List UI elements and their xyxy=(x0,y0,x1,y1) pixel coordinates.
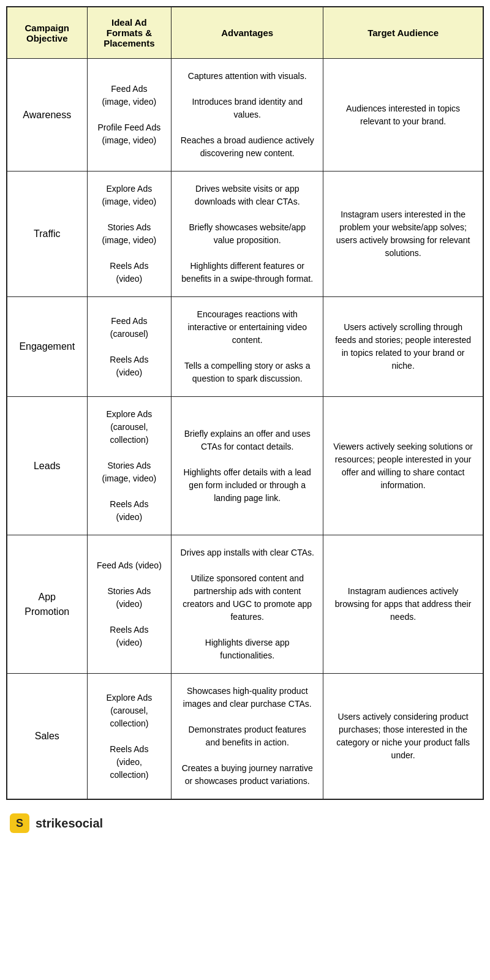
table-row: LeadsExplore Ads (carousel, collection)S… xyxy=(7,397,483,535)
format-item: Explore Ads (carousel, collection) xyxy=(107,693,153,728)
format-item: Profile Feed Ads (image, video) xyxy=(98,123,161,145)
cell-formats: Feed Ads (video)Stories Ads (video)Reels… xyxy=(87,535,172,674)
cell-objective: App Promotion xyxy=(7,535,88,674)
cell-formats: Feed Ads (image, video)Profile Feed Ads … xyxy=(87,59,172,172)
advantage-item: Encourages reactions with interactive or… xyxy=(187,309,307,345)
cell-advantages: Briefly explains an offer and uses CTAs … xyxy=(172,397,323,535)
cell-formats: Explore Ads (carousel, collection)Reels … xyxy=(87,674,172,799)
format-item: Reels Ads (video) xyxy=(110,625,148,647)
cell-advantages: Captures attention with visuals.Introduc… xyxy=(172,59,323,172)
format-item: Reels Ads (video, collection) xyxy=(110,744,148,780)
logo-brand: strike xyxy=(36,816,68,830)
main-table-wrapper: Campaign Objective Ideal Ad Formats & Pl… xyxy=(6,6,484,800)
advantage-item: Captures attention with visuals. xyxy=(188,71,307,81)
header-target-audience: Target Audience xyxy=(323,7,483,59)
format-item: Feed Ads (video) xyxy=(97,560,162,570)
format-item: Stories Ads (video) xyxy=(107,586,151,609)
format-item: Stories Ads (image, video) xyxy=(102,222,157,245)
cell-target: Instagram users interested in the proble… xyxy=(323,172,483,297)
advantage-item: Briefly showcases website/app value prop… xyxy=(189,222,306,245)
advantage-item: Creates a buying journey narrative or sh… xyxy=(182,763,313,786)
format-item: Explore Ads (image, video) xyxy=(102,184,157,206)
cell-target: Users actively scrolling through feeds a… xyxy=(323,297,483,397)
logo-text: strikesocial xyxy=(36,816,103,831)
cell-formats: Explore Ads (image, video)Stories Ads (i… xyxy=(87,172,172,297)
cell-advantages: Drives website visits or app downloads w… xyxy=(172,172,323,297)
header-row: Campaign Objective Ideal Ad Formats & Pl… xyxy=(7,7,483,59)
table-row: SalesExplore Ads (carousel, collection)R… xyxy=(7,674,483,799)
cell-objective: Leads xyxy=(7,397,88,535)
cell-advantages: Showcases high-quality product images an… xyxy=(172,674,323,799)
format-item: Reels Ads (video) xyxy=(110,499,148,522)
cell-objective: Engagement xyxy=(7,297,88,397)
advantage-item: Highlights diverse app functionalities. xyxy=(205,638,290,660)
format-item: Reels Ads (video) xyxy=(110,261,148,284)
format-item: Feed Ads (image, video) xyxy=(102,84,157,107)
cell-target: Audiences interested in topics relevant … xyxy=(323,59,483,172)
advantage-item: Tells a compelling story or asks a quest… xyxy=(184,361,310,383)
cell-advantages: Encourages reactions with interactive or… xyxy=(172,297,323,397)
cell-objective: Awareness xyxy=(7,59,88,172)
header-ad-formats: Ideal Ad Formats & Placements xyxy=(87,7,172,59)
header-advantages: Advantages xyxy=(172,7,323,59)
format-item: Reels Ads (video) xyxy=(110,355,148,377)
advantage-item: Introduces brand identity and values. xyxy=(192,97,303,119)
logo-symbol: S xyxy=(16,817,23,830)
table-row: TrafficExplore Ads (image, video)Stories… xyxy=(7,172,483,297)
advantage-item: Briefly explains an offer and uses CTAs … xyxy=(184,429,311,451)
cell-objective: Traffic xyxy=(7,172,88,297)
format-item: Stories Ads (image, video) xyxy=(102,461,157,483)
format-item: Feed Ads (carousel) xyxy=(110,316,148,339)
cell-target: Users actively considering product purch… xyxy=(323,674,483,799)
advantage-item: Showcases high-quality product images an… xyxy=(183,686,312,709)
table-row: App PromotionFeed Ads (video)Stories Ads… xyxy=(7,535,483,674)
table-row: EngagementFeed Ads (carousel)Reels Ads (… xyxy=(7,297,483,397)
advantage-item: Highlights different features or benefit… xyxy=(181,261,313,284)
advantage-item: Utilize sponsored content and partnershi… xyxy=(183,573,312,622)
logo-brand-bold: social xyxy=(68,816,103,830)
header-campaign-objective: Campaign Objective xyxy=(7,7,88,59)
advantage-item: Highlights offer details with a lead gen… xyxy=(184,467,311,503)
advantage-item: Drives app installs with clear CTAs. xyxy=(181,548,314,557)
advantage-item: Reaches a broad audience actively discov… xyxy=(181,135,314,158)
cell-formats: Feed Ads (carousel)Reels Ads (video) xyxy=(87,297,172,397)
table-row: AwarenessFeed Ads (image, video)Profile … xyxy=(7,59,483,172)
cell-target: Instagram audiences actively browsing fo… xyxy=(323,535,483,674)
campaign-table: Campaign Objective Ideal Ad Formats & Pl… xyxy=(7,7,483,799)
advantage-item: Demonstrates product features and benefi… xyxy=(189,725,306,747)
cell-advantages: Drives app installs with clear CTAs.Util… xyxy=(172,535,323,674)
footer: S strikesocial xyxy=(0,806,490,840)
format-item: Explore Ads (carousel, collection) xyxy=(107,409,153,445)
advantage-item: Drives website visits or app downloads w… xyxy=(195,184,300,206)
cell-target: Viewers actively seeking solutions or re… xyxy=(323,397,483,535)
cell-objective: Sales xyxy=(7,674,88,799)
logo-icon: S xyxy=(10,813,29,833)
cell-formats: Explore Ads (carousel, collection)Storie… xyxy=(87,397,172,535)
